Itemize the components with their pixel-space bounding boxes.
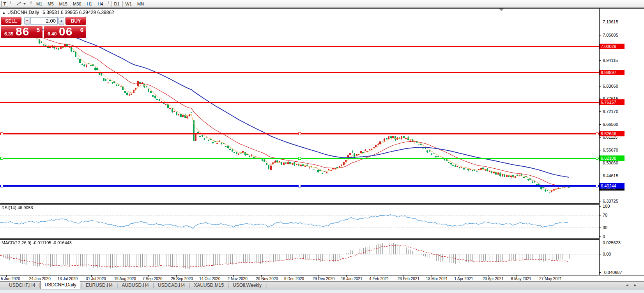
line-handle[interactable]: [0, 132, 3, 135]
horizontal-level-line[interactable]: [0, 102, 599, 103]
chevron-down-icon: [23, 3, 26, 5]
date-label: 4 Feb 2021: [369, 277, 389, 281]
chart-title: ▲USDCNH,Daily6.39531 6.39955 6.39429 6.3…: [2, 10, 114, 15]
chart-tab-eurusd[interactable]: EURUSD,H4: [82, 282, 116, 289]
date-label: 7 Sep 2020: [143, 277, 163, 281]
toolbar-grip[interactable]: [30, 1, 32, 7]
pane-separator[interactable]: [0, 203, 644, 205]
macd-tick: [600, 254, 601, 254]
line-handle[interactable]: [0, 157, 3, 160]
chart-tab-usdchf[interactable]: USDCHF,H4: [5, 282, 39, 289]
price-tick: [600, 86, 601, 86]
date-label: 1 Apr 2021: [454, 277, 473, 281]
price-axis[interactable]: 7.106157.050056.941156.830606.776156.721…: [599, 9, 644, 275]
arrows-tool-button[interactable]: [13, 1, 28, 7]
buy-price-prefix: 6.40: [48, 31, 57, 37]
line-handle[interactable]: [596, 185, 598, 187]
toolbar-grip[interactable]: [108, 1, 109, 7]
chart-tab-xauusd[interactable]: XAUUSD,M15: [190, 282, 227, 289]
sell-button[interactable]: SELL: [1, 17, 21, 25]
price-tick: [600, 150, 601, 150]
price-tick: [600, 201, 601, 201]
pane-separator[interactable]: [0, 238, 644, 240]
price-tick: [600, 176, 601, 176]
timeframe-h4[interactable]: H4: [95, 1, 106, 7]
price-tick-label: 7.05005: [603, 33, 618, 37]
date-label: 2 Nov 2020: [228, 277, 248, 281]
timeframe-m5[interactable]: M5: [45, 1, 56, 7]
rsi-indicator-canvas[interactable]: [0, 205, 599, 238]
line-handle[interactable]: [298, 132, 301, 135]
time-axis[interactable]: 5 Jun 202024 Jun 202013 Jul 202031 Jul 2…: [0, 275, 644, 281]
macd-indicator-label: MACD(12,26,9) -0.011105 -0.016443: [2, 240, 72, 245]
price-tick: [600, 124, 601, 125]
arrows-tool-icon: [16, 1, 22, 6]
chart-tab-usdcnh[interactable]: USDCNH,Daily: [41, 281, 80, 289]
macd-indicator-canvas[interactable]: [0, 240, 599, 275]
line-handle[interactable]: [298, 157, 301, 160]
price-chart-canvas[interactable]: [0, 9, 599, 203]
tab-scroll-arrows[interactable]: ◄►: [625, 283, 642, 287]
date-label: 14 Oct 2020: [199, 277, 220, 281]
timeframe-m30[interactable]: M30: [70, 1, 84, 7]
date-label: 25 Sep 2020: [171, 277, 193, 281]
rsi-tick: [600, 206, 601, 207]
price-tick: [600, 111, 601, 112]
date-label: 13 Jul 2020: [57, 277, 78, 281]
timeframe-w1[interactable]: W1: [123, 1, 135, 7]
line-handle[interactable]: [0, 185, 3, 187]
price-tick: [600, 35, 601, 35]
timeframe-mn[interactable]: MN: [134, 1, 147, 7]
tab-scroll-right-icon[interactable]: ►: [633, 283, 642, 287]
status-bar: [0, 289, 644, 293]
price-tick-label: 6.50060: [603, 161, 618, 165]
timeframe-m15[interactable]: M15: [57, 1, 70, 7]
level-price-badge: 6.40244: [600, 183, 625, 189]
collapse-icon[interactable]: ▲: [2, 11, 5, 14]
line-handle[interactable]: [298, 185, 301, 187]
rsi-tick-label: 100: [603, 204, 610, 208]
horizontal-level-line[interactable]: [0, 72, 599, 73]
toolbar-grip[interactable]: [10, 1, 11, 7]
price-tick-label: 6.83060: [603, 84, 618, 88]
date-label: 9 Dec 2020: [284, 277, 304, 281]
rsi-tick: [600, 237, 601, 237]
macd-tick: [600, 243, 601, 243]
timeframe-group: M1M5M15M30H1H4D1W1MN: [34, 1, 147, 7]
rsi-indicator-label: RSI(14) 46.9053: [2, 205, 33, 210]
buy-button[interactable]: BUY: [65, 17, 86, 25]
price-tick: [600, 22, 601, 22]
date-label: 29 Dec 2020: [313, 277, 335, 281]
buy-price-panel[interactable]: 6.40 06 6: [44, 26, 86, 38]
level-price-badge: 6.88897: [600, 70, 625, 75]
line-handle[interactable]: [596, 157, 598, 160]
price-tick-label: 6.72170: [603, 109, 618, 114]
volume-increase-button[interactable]: ▲: [58, 17, 64, 25]
date-label: 31 Jul 2020: [86, 277, 106, 281]
date-label: 24 Jun 2020: [29, 277, 51, 281]
timeframe-d1[interactable]: D1: [111, 1, 123, 7]
volume-decrease-button[interactable]: ▼: [24, 17, 30, 25]
volume-input[interactable]: [30, 17, 58, 25]
price-tick: [600, 60, 601, 61]
sell-price-prefix: 6.39: [4, 31, 13, 37]
tab-scroll-left-icon[interactable]: ◄: [625, 283, 633, 287]
chart-tab-usdcad[interactable]: USDCAD,H4: [154, 282, 188, 289]
tab-separator: |: [265, 282, 267, 289]
line-handle[interactable]: [596, 132, 598, 135]
sell-price-panel[interactable]: 6.39 86 5: [1, 26, 42, 38]
chart-shift-marker-icon[interactable]: [499, 9, 504, 11]
chart-tab-usoil[interactable]: USOil,Weekly: [229, 282, 265, 289]
price-tick: [600, 137, 601, 138]
level-price-badge: 6.52108: [600, 155, 625, 161]
price-tick-label: 7.10615: [603, 19, 618, 24]
horizontal-level-line[interactable]: [0, 46, 599, 47]
buy-price-digits: 06: [59, 26, 73, 38]
chart-tab-audusd[interactable]: AUDUSD,H4: [118, 282, 152, 289]
text-tool-button[interactable]: T: [1, 1, 8, 7]
timeframe-h1[interactable]: H1: [84, 1, 95, 7]
timeframe-m1[interactable]: M1: [34, 1, 45, 7]
rsi-tick-label: 70: [603, 213, 607, 217]
date-label: 13 Mar 2021: [426, 277, 448, 281]
price-tick-label: 6.55670: [603, 148, 618, 152]
